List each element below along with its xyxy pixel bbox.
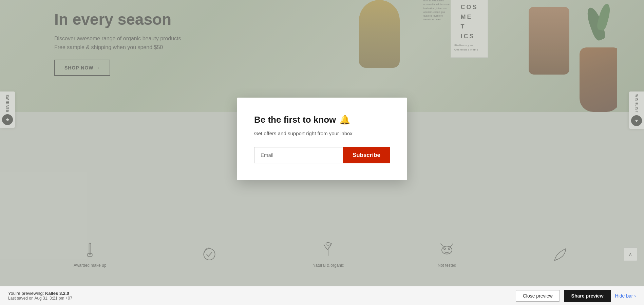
- preview-info-line2: Last saved on Aug 31, 3:21 pm +07: [8, 296, 510, 301]
- preview-bar-actions: Close preview Share preview Hide bar ›: [516, 290, 636, 302]
- email-input[interactable]: [254, 147, 343, 163]
- modal-overlay: Be the first to know 🔔 Get offers and su…: [0, 0, 644, 305]
- hide-bar-button[interactable]: Hide bar ›: [615, 293, 636, 299]
- modal-title-text: Be the first to know: [254, 115, 336, 125]
- preview-info: You're previewing: Kalles 3.2.0 Last sav…: [8, 291, 510, 301]
- preview-bar: You're previewing: Kalles 3.2.0 Last sav…: [0, 286, 644, 305]
- modal-form: Subscribe: [254, 147, 390, 163]
- subscribe-button[interactable]: Subscribe: [343, 147, 390, 163]
- share-preview-button[interactable]: Share preview: [564, 290, 611, 302]
- theme-name: Kalles 3.2.0: [45, 291, 69, 296]
- modal-subtitle: Get offers and support right from your i…: [254, 130, 390, 138]
- newsletter-modal: Be the first to know 🔔 Get offers and su…: [237, 98, 407, 180]
- preview-info-line1: You're previewing: Kalles 3.2.0: [8, 291, 510, 296]
- close-preview-button[interactable]: Close preview: [516, 290, 560, 302]
- bell-icon: 🔔: [339, 115, 350, 125]
- modal-title: Be the first to know 🔔: [254, 115, 390, 125]
- preview-prefix: You're previewing:: [8, 291, 45, 296]
